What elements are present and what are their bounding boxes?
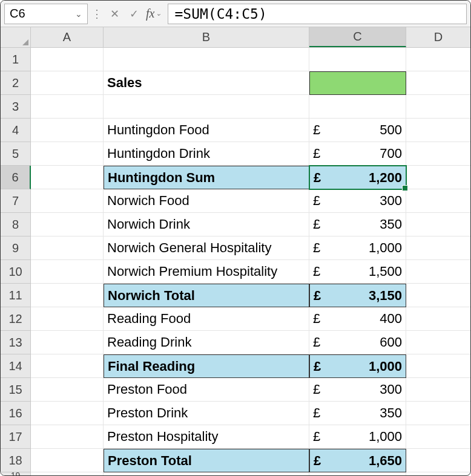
cell[interactable] bbox=[31, 378, 104, 402]
cell[interactable] bbox=[406, 119, 470, 142]
cell[interactable] bbox=[309, 472, 406, 476]
amount-cell[interactable]: £400 bbox=[309, 307, 406, 331]
cell[interactable] bbox=[31, 119, 104, 142]
amount-cell[interactable]: £350 bbox=[309, 213, 406, 236]
item-label-cell[interactable]: Norwich Drink bbox=[104, 213, 309, 236]
cell[interactable] bbox=[406, 307, 470, 331]
row-header-3[interactable]: 3 bbox=[1, 95, 30, 119]
item-label-cell[interactable]: Preston Hospitality bbox=[104, 425, 309, 449]
cell[interactable] bbox=[31, 425, 104, 449]
amount-cell[interactable]: £1,500 bbox=[309, 260, 406, 284]
name-box[interactable]: C6 ⌄ bbox=[4, 4, 88, 24]
cell[interactable] bbox=[104, 472, 309, 476]
cell[interactable] bbox=[406, 95, 470, 119]
cell[interactable] bbox=[406, 71, 470, 95]
cell[interactable] bbox=[31, 307, 104, 331]
cell[interactable] bbox=[406, 449, 470, 472]
item-label-cell[interactable]: Norwich Premium Hospitality bbox=[104, 260, 309, 284]
insert-function-button[interactable]: fx ⌄ bbox=[145, 7, 163, 21]
cell[interactable] bbox=[31, 402, 104, 425]
row-header-9[interactable]: 9 bbox=[1, 236, 30, 260]
cell[interactable] bbox=[406, 378, 470, 402]
cell[interactable] bbox=[31, 166, 104, 189]
column-header-b[interactable]: B bbox=[104, 27, 309, 47]
row-header-17[interactable]: 17 bbox=[1, 425, 30, 449]
row-header-4[interactable]: 4 bbox=[1, 119, 30, 142]
cell[interactable] bbox=[31, 331, 104, 354]
cell[interactable] bbox=[31, 354, 104, 378]
row-header-1[interactable]: 1 bbox=[1, 48, 30, 71]
item-label-cell[interactable]: Norwich General Hospitality bbox=[104, 236, 309, 260]
cell[interactable] bbox=[406, 260, 470, 284]
row-header-7[interactable]: 7 bbox=[1, 189, 30, 213]
cell[interactable] bbox=[31, 260, 104, 284]
cell[interactable] bbox=[406, 48, 470, 71]
item-label-cell[interactable]: Huntingdon Sum bbox=[104, 166, 309, 189]
item-label-cell[interactable]: Norwich Total bbox=[104, 284, 309, 307]
cell[interactable] bbox=[31, 472, 104, 476]
cell[interactable] bbox=[406, 236, 470, 260]
row-header-12[interactable]: 12 bbox=[1, 307, 30, 331]
cancel-formula-button[interactable]: ✕ bbox=[106, 5, 123, 23]
row-header-8[interactable]: 8 bbox=[1, 213, 30, 236]
amount-cell[interactable]: £300 bbox=[309, 189, 406, 213]
amount-cell[interactable]: £3,150 bbox=[309, 284, 406, 307]
cell[interactable] bbox=[31, 48, 104, 71]
row-header-16[interactable]: 16 bbox=[1, 402, 30, 425]
cell[interactable] bbox=[406, 284, 470, 307]
cell[interactable] bbox=[309, 95, 406, 119]
column-header-c[interactable]: C bbox=[309, 27, 406, 47]
amount-cell[interactable]: £350 bbox=[309, 402, 406, 425]
item-label-cell[interactable]: Preston Food bbox=[104, 378, 309, 402]
accept-formula-button[interactable]: ✓ bbox=[125, 5, 142, 23]
cell[interactable] bbox=[31, 236, 104, 260]
cells-area[interactable]: Sales Huntingdon Food£500Huntingdon Drin… bbox=[31, 48, 470, 476]
row-header-2[interactable]: 2 bbox=[1, 71, 30, 95]
row-header-10[interactable]: 10 bbox=[1, 260, 30, 284]
cell[interactable] bbox=[309, 48, 406, 71]
amount-cell[interactable]: £500 bbox=[309, 119, 406, 142]
cell[interactable] bbox=[31, 213, 104, 236]
item-label-cell[interactable]: Reading Food bbox=[104, 307, 309, 331]
row-header-6[interactable]: 6 bbox=[1, 166, 31, 189]
cell[interactable] bbox=[31, 71, 104, 95]
chevron-down-icon[interactable]: ⌄ bbox=[75, 9, 82, 19]
row-header-15[interactable]: 15 bbox=[1, 378, 30, 402]
green-header-cell[interactable] bbox=[309, 71, 406, 95]
amount-cell[interactable]: £1,650 bbox=[309, 449, 406, 472]
amount-cell[interactable]: £1,000 bbox=[309, 354, 406, 378]
formula-input[interactable]: =SUM(C4:C5) bbox=[168, 4, 467, 24]
item-label-cell[interactable]: Huntingdon Food bbox=[104, 119, 309, 142]
cell[interactable] bbox=[406, 189, 470, 213]
item-label-cell[interactable]: Reading Drink bbox=[104, 331, 309, 354]
item-label-cell[interactable]: Norwich Food bbox=[104, 189, 309, 213]
amount-cell[interactable]: £1,200 bbox=[309, 166, 406, 189]
item-label-cell[interactable]: Preston Drink bbox=[104, 402, 309, 425]
cell[interactable] bbox=[31, 142, 104, 166]
amount-cell[interactable]: £1,000 bbox=[309, 236, 406, 260]
cell[interactable] bbox=[406, 425, 470, 449]
column-header-d[interactable]: D bbox=[406, 27, 470, 47]
cell[interactable] bbox=[31, 449, 104, 472]
cell[interactable] bbox=[406, 331, 470, 354]
item-label-cell[interactable]: Final Reading bbox=[104, 354, 309, 378]
cell[interactable] bbox=[31, 95, 104, 119]
cell[interactable] bbox=[104, 95, 309, 119]
cell[interactable] bbox=[104, 48, 309, 71]
cell[interactable] bbox=[406, 142, 470, 166]
cell[interactable] bbox=[406, 402, 470, 425]
cell[interactable] bbox=[406, 166, 470, 189]
row-header-18[interactable]: 18 bbox=[1, 449, 30, 472]
amount-cell[interactable]: £700 bbox=[309, 142, 406, 166]
item-label-cell[interactable]: Huntingdon Drink bbox=[104, 142, 309, 166]
amount-cell[interactable]: £600 bbox=[309, 331, 406, 354]
cell[interactable] bbox=[406, 213, 470, 236]
column-header-a[interactable]: A bbox=[31, 27, 104, 47]
row-header-19[interactable]: 19 bbox=[1, 472, 30, 476]
cell[interactable] bbox=[31, 189, 104, 213]
sales-header-cell[interactable]: Sales bbox=[104, 71, 309, 95]
cell[interactable] bbox=[406, 472, 470, 476]
cell[interactable] bbox=[31, 284, 104, 307]
amount-cell[interactable]: £1,000 bbox=[309, 425, 406, 449]
row-header-14[interactable]: 14 bbox=[1, 354, 30, 378]
